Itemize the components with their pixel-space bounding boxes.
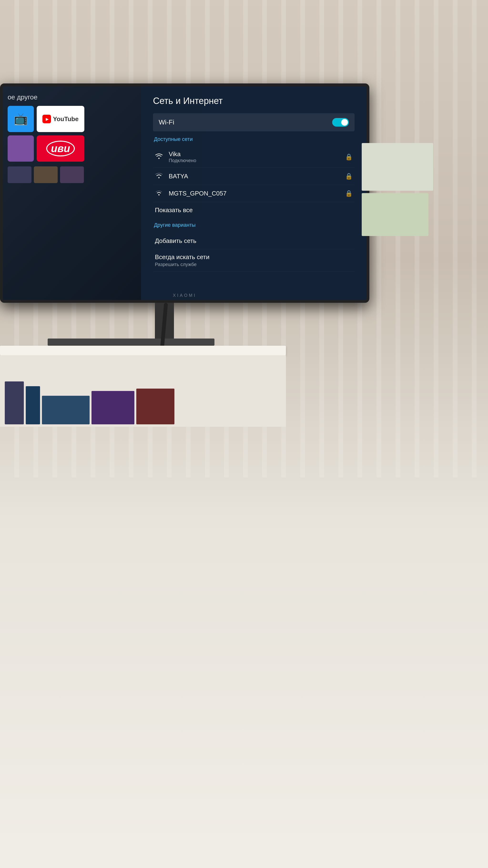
network-name-vika: Vika: [169, 150, 345, 158]
book-4: [92, 391, 134, 424]
thumb-1: [8, 166, 31, 183]
youtube-label: YouTube: [53, 115, 78, 123]
app-tile-tv[interactable]: 📺: [8, 106, 34, 132]
show-all-button[interactable]: Показать все: [153, 202, 355, 218]
thumb-2: [34, 166, 58, 183]
wifi-signal-icon-vika: [155, 153, 163, 161]
network-info-batya: BATYA: [169, 173, 345, 180]
wifi-signal-icon-mgts: [155, 189, 163, 198]
network-item-mgts[interactable]: MGTS_GPON_C057 🔒: [153, 185, 355, 202]
book-5: [136, 389, 174, 424]
network-name-batya: BATYA: [169, 173, 345, 180]
add-network-item[interactable]: Добавить сеть: [153, 233, 355, 249]
book-1: [5, 381, 24, 424]
youtube-play-icon: [42, 115, 51, 123]
wifi-toggle-row[interactable]: Wi-Fi: [153, 113, 355, 131]
always-search-sub: Разрешить службе: [155, 262, 353, 267]
thumb-3: [60, 166, 84, 183]
lock-icon-mgts: 🔒: [345, 190, 353, 197]
tv-frame: ое другое 📺 YouTube иви: [0, 84, 369, 303]
network-item-batya[interactable]: BATYA 🔒: [153, 168, 355, 185]
settings-panel: Сеть и Интернет Wi-Fi Доступные сети: [141, 86, 366, 300]
box-1: [362, 143, 433, 191]
book-3: [42, 396, 90, 424]
other-options-header: Другие варианты: [153, 220, 355, 230]
wifi-label: Wi-Fi: [159, 119, 174, 126]
wifi-signal-icon-batya: [155, 172, 163, 181]
network-name-mgts: MGTS_GPON_C057: [169, 190, 345, 197]
tv-screen: ое другое 📺 YouTube иви: [3, 86, 366, 300]
panel-title: Сеть и Интернет: [153, 96, 355, 106]
right-items-area: [362, 143, 488, 334]
network-info-vika: Vika Подключено: [169, 150, 345, 163]
lock-icon-vika: 🔒: [345, 153, 353, 161]
network-info-mgts: MGTS_GPON_C057: [169, 190, 345, 197]
app-tile-ivi[interactable]: иви: [37, 135, 84, 162]
shelf-items-area: [0, 355, 286, 427]
wifi-toggle[interactable]: [332, 118, 349, 127]
tv-brand-label: Xiaomi: [173, 293, 196, 298]
add-network-label: Добавить сеть: [155, 237, 353, 245]
always-search-item[interactable]: Всегда искать сети Разрешить службе: [153, 249, 355, 272]
available-networks-header: Доступные сети: [153, 136, 355, 142]
network-status-vika: Подключено: [169, 158, 345, 163]
always-search-label: Всегда искать сети: [155, 253, 353, 261]
ivi-label: иви: [46, 141, 75, 156]
app-tile-youtube[interactable]: YouTube: [37, 106, 84, 132]
box-2: [362, 193, 428, 236]
svg-point-0: [158, 158, 159, 159]
tv-stand-base: [48, 339, 215, 346]
app-tile-content[interactable]: [8, 135, 34, 162]
book-2: [26, 386, 40, 424]
svg-point-2: [158, 194, 159, 195]
svg-point-1: [158, 177, 159, 178]
network-item-vika[interactable]: Vika Подключено 🔒: [153, 146, 355, 168]
shelf-surface: [0, 346, 286, 355]
toggle-knob: [341, 119, 348, 126]
lock-icon-batya: 🔒: [345, 173, 353, 180]
